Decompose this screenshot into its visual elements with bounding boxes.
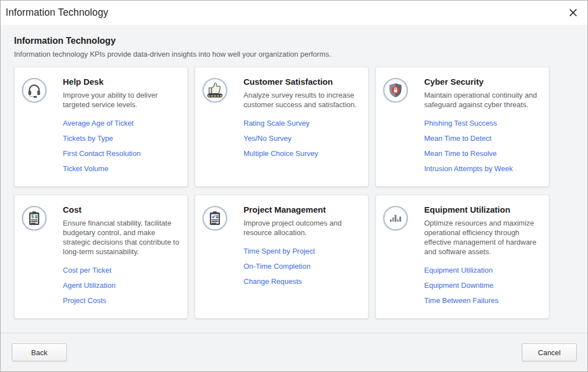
- kpi-link[interactable]: Multiple Choice Survey: [244, 149, 318, 158]
- kpi-category-grid: Help Desk Improve your ability to delive…: [14, 67, 574, 319]
- kpi-link[interactable]: Tickets by Type: [63, 134, 113, 143]
- card-title: Cost: [63, 205, 181, 214]
- kpi-link[interactable]: Yes/No Survey: [244, 134, 292, 143]
- kpi-link[interactable]: Average Age of Ticket: [63, 119, 134, 127]
- cost-clipboard-icon: $: [21, 205, 47, 231]
- card-title: Equipment Utilization: [424, 205, 542, 214]
- kpi-link[interactable]: Mean Time to Detect: [424, 134, 491, 143]
- dialog-footer: Back Cancel: [1, 333, 587, 371]
- project-checklist-icon: [202, 205, 228, 231]
- dialog-content: Information Technology Information techn…: [1, 25, 587, 333]
- page-title: Information Technology: [14, 36, 574, 46]
- cancel-button[interactable]: Cancel: [522, 343, 577, 361]
- card-link-list: Cost per TicketAgent UtilizationProject …: [63, 265, 181, 305]
- headset-icon: [21, 77, 47, 103]
- page-description: Information technology KPIs provide data…: [14, 50, 574, 58]
- close-icon: [568, 8, 578, 17]
- card-description: Improve project outcomes and resource al…: [244, 218, 361, 237]
- thumbs-up-rating-icon: ★★★★★: [202, 77, 228, 103]
- dialog-titlebar: Information Technology: [1, 1, 587, 25]
- card-link-list: Rating Scale SurveyYes/No SurveyMultiple…: [244, 118, 361, 158]
- kpi-link[interactable]: Mean Time to Resolve: [424, 149, 497, 158]
- back-button[interactable]: Back: [12, 343, 67, 361]
- kpi-link[interactable]: On-Time Completion: [244, 262, 310, 270]
- svg-text:★★★★★: ★★★★★: [208, 94, 223, 98]
- kpi-link[interactable]: Time Spent by Project: [244, 247, 315, 255]
- dialog-title: Information Technology: [6, 7, 108, 19]
- card-description: Maintain operational continuity and safe…: [424, 90, 542, 109]
- card-link-list: Time Spent by ProjectOn-Time CompletionC…: [244, 246, 361, 286]
- card-title: Help Desk: [63, 77, 181, 86]
- kpi-link[interactable]: Phishing Test Success: [424, 119, 497, 127]
- kpi-link[interactable]: Equipment Downtime: [424, 281, 494, 290]
- svg-text:$: $: [31, 214, 34, 219]
- information-technology-dialog: Information Technology Information Techn…: [0, 0, 588, 372]
- kpi-link[interactable]: Change Requests: [244, 277, 302, 286]
- kpi-category-card: Project Management Improve project outco…: [195, 195, 369, 319]
- kpi-link[interactable]: Equipment Utilization: [424, 266, 493, 274]
- kpi-link[interactable]: Intrusion Attempts by Week: [424, 164, 513, 173]
- card-description: Optimize resources and maximize operatio…: [424, 218, 542, 256]
- shield-lock-icon: [383, 77, 408, 103]
- card-title: Customer Satisfaction: [244, 77, 361, 86]
- kpi-link[interactable]: First Contact Resolution: [63, 149, 141, 158]
- card-link-list: Phishing Test SuccessMean Time to Detect…: [424, 118, 542, 173]
- close-button[interactable]: [566, 6, 580, 20]
- kpi-link[interactable]: Agent Utilization: [63, 281, 116, 290]
- kpi-category-card: $ Cost Ensure financial stability, facil…: [14, 195, 188, 319]
- card-description: Ensure financial stability, facilitate b…: [63, 218, 181, 256]
- card-description: Analyze survey results to increase custo…: [244, 90, 361, 109]
- kpi-category-card: Cyber Security Maintain operational cont…: [375, 67, 549, 187]
- card-title: Project Management: [244, 205, 361, 214]
- kpi-link[interactable]: Cost per Ticket: [63, 266, 112, 274]
- card-link-list: Average Age of TicketTickets by TypeFirs…: [63, 118, 181, 173]
- kpi-category-card: Help Desk Improve your ability to delive…: [14, 67, 188, 187]
- card-description: Improve your ability to deliver targeted…: [63, 90, 181, 109]
- kpi-link[interactable]: Time Between Failures: [424, 296, 498, 305]
- kpi-link[interactable]: Rating Scale Survey: [244, 119, 310, 127]
- bar-chart-icon: [383, 205, 408, 231]
- kpi-link[interactable]: Project Costs: [63, 296, 106, 305]
- card-title: Cyber Security: [424, 77, 542, 86]
- kpi-category-card: Equipment Utilization Optimize resources…: [375, 195, 549, 319]
- kpi-category-card: ★★★★★ Customer Satisfaction Analyze surv…: [195, 67, 369, 187]
- card-link-list: Equipment UtilizationEquipment DowntimeT…: [424, 265, 542, 305]
- kpi-link[interactable]: Ticket Volume: [63, 164, 108, 173]
